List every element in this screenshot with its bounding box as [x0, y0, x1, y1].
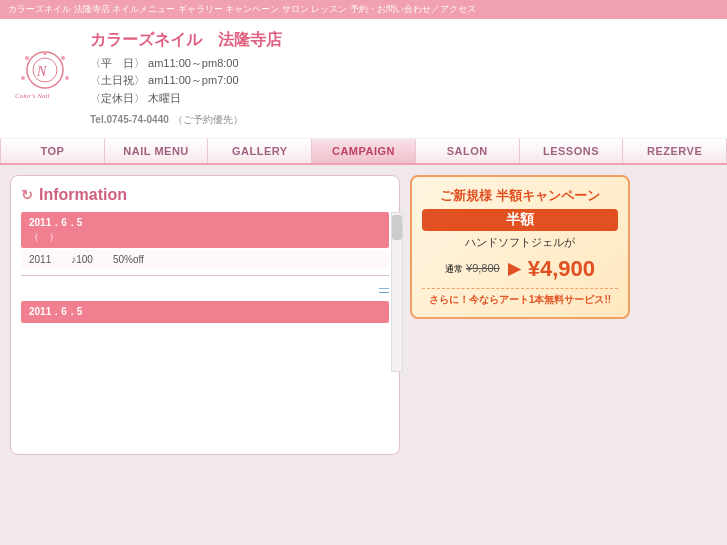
- campaign-new-customer: ご新規様 半額キャンペーン: [422, 187, 618, 205]
- content-price: ♪100: [71, 254, 93, 265]
- campaign-note: さらに！今ならアート1本無料サービス!!: [422, 288, 618, 307]
- price-arrow: ▶: [508, 259, 520, 278]
- hours-line3: 〈定休日〉 木曜日: [90, 90, 282, 108]
- content-year: 2011: [29, 254, 51, 265]
- price-old: 通常 ¥9,800: [445, 262, 500, 276]
- svg-point-7: [65, 76, 69, 80]
- logo-area: N Color's Nail カラーズネイル 法隆寺店 〈平 日〉 am11:0…: [10, 27, 282, 130]
- campaign-banner: ご新規様 半額キャンペーン 半額 ハンドソフトジェルが 通常 ¥9,800 ▶ …: [410, 175, 630, 319]
- top-banner: カラーズネイル 法隆寺店 ネイルメニュー ギャラリー キャンペーン サロン レッ…: [0, 0, 727, 19]
- nav-campaign[interactable]: CAMPAIGN: [312, 139, 416, 163]
- info-icon: ↻: [21, 187, 33, 203]
- nav-salon[interactable]: SALON: [416, 139, 520, 163]
- info-title: ↻ Information: [21, 186, 389, 204]
- svg-text:Color's Nail: Color's Nail: [15, 92, 49, 100]
- info-content-1: 2011 ♪100 50%off: [21, 250, 389, 269]
- main-content: ↻ Information 2011．6．5 （ ） 2011 ♪100 50%…: [0, 165, 727, 545]
- campaign-product: ハンドソフトジェルが: [422, 235, 618, 250]
- svg-text:N: N: [36, 64, 47, 79]
- info-row-2: 2011．6．5: [21, 301, 389, 323]
- info-date-1: 2011．6．5: [29, 216, 381, 230]
- price-new: ¥4,900: [528, 256, 595, 282]
- nav-rezerve[interactable]: REZERVE: [623, 139, 727, 163]
- info-row-1: 2011．6．5 （ ）: [21, 212, 389, 248]
- scrollbar-thumb[interactable]: [392, 215, 402, 240]
- header: N Color's Nail カラーズネイル 法隆寺店 〈平 日〉 am11:0…: [0, 19, 727, 139]
- info-title-text: Information: [39, 186, 127, 204]
- scrollbar[interactable]: [391, 212, 403, 372]
- navigation: TOP NAIL MENU GALLERY CAMPAIGN SALON LES…: [0, 139, 727, 165]
- info-panel: ↻ Information 2011．6．5 （ ） 2011 ♪100 50%…: [10, 175, 400, 455]
- shop-info: カラーズネイル 法隆寺店 〈平 日〉 am11:00～pm8:00 〈土日祝〉 …: [90, 27, 282, 130]
- svg-point-5: [61, 56, 65, 60]
- nav-top[interactable]: TOP: [0, 139, 105, 163]
- nav-lessons[interactable]: LESSONS: [520, 139, 624, 163]
- hours-line2: 〈土日祝〉 am11:00～pm7:00: [90, 72, 282, 90]
- shop-name: カラーズネイル 法隆寺店: [90, 27, 282, 53]
- info-date-2: 2011．6．5: [29, 305, 381, 319]
- half-badge: 半額: [422, 209, 618, 231]
- banner-text: カラーズネイル 法隆寺店 ネイルメニュー ギャラリー キャンペーン サロン レッ…: [8, 4, 476, 14]
- svg-point-4: [25, 56, 29, 60]
- info-link[interactable]: —: [21, 282, 389, 293]
- nav-gallery[interactable]: GALLERY: [208, 139, 312, 163]
- info-text-1: （ ）: [29, 230, 381, 244]
- content-discount: 50%off: [113, 254, 144, 265]
- shop-tel: Tel.0745-74-0440 （ご予約優先）: [90, 107, 282, 129]
- campaign-price-row: 通常 ¥9,800 ▶ ¥4,900: [422, 256, 618, 282]
- hours-line1: 〈平 日〉 am11:00～pm8:00: [90, 55, 282, 73]
- svg-point-6: [21, 76, 25, 80]
- nav-nail-menu[interactable]: NAIL MENU: [105, 139, 209, 163]
- separator-1: [21, 275, 389, 276]
- logo: N Color's Nail: [10, 48, 80, 108]
- tel-note: （ご予約優先）: [173, 114, 243, 125]
- svg-point-8: [43, 51, 47, 55]
